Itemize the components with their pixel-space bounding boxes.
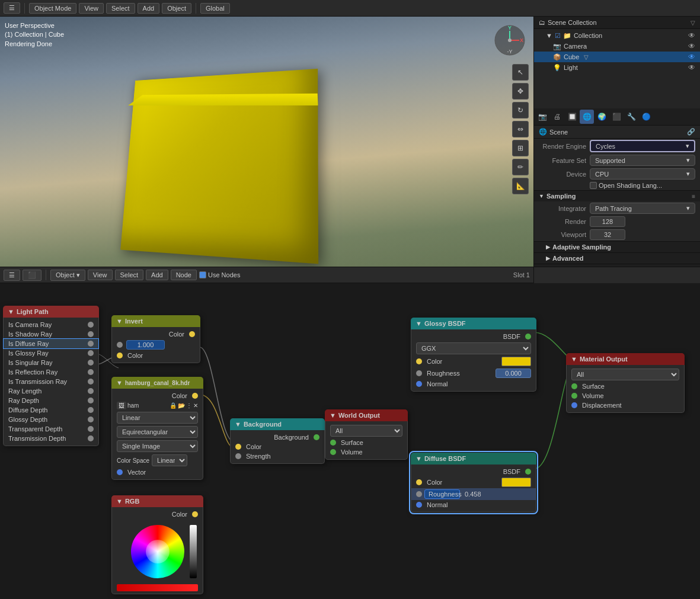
cube-eye-icon[interactable]: 👁 [688, 53, 695, 61]
light-eye-icon[interactable]: 👁 [688, 63, 695, 72]
light-path-node[interactable]: ▼ Light Path Is Camera Ray Is Shadow Ray… [3, 306, 99, 446]
tree-item-camera[interactable]: 📷 Camera 👁 [534, 41, 700, 52]
diffuse-roughness-row: Roughness 0.458 [411, 488, 536, 500]
view-menu[interactable]: View [79, 3, 104, 14]
rgb-node[interactable]: ▼ RGB Color [111, 495, 203, 594]
view-btn2[interactable]: View [88, 270, 113, 280]
transform-tool[interactable]: ⊞ [512, 140, 529, 156]
integrator-dropdown[interactable]: Path Tracing ▾ [590, 203, 695, 214]
annotate-tool[interactable]: ✏ [512, 159, 529, 175]
world-props-btn[interactable]: 🌍 [594, 110, 609, 124]
scene-props-btn[interactable]: 🌐 [580, 110, 594, 124]
render-engine-dropdown[interactable]: Cycles ▾ [590, 140, 695, 152]
object-props-btn[interactable]: ⬛ [609, 110, 624, 124]
open-shading-checkbox[interactable] [590, 182, 597, 189]
glossy-color-swatch[interactable] [501, 357, 531, 366]
node-editor-menu2[interactable]: ☰ [4, 270, 20, 281]
transform-selector[interactable]: Global [200, 3, 230, 14]
color-brightness-bar[interactable] [190, 525, 197, 578]
object-selector[interactable]: Object ▾ [50, 270, 85, 281]
open-shading-toggle[interactable]: Open Shading Lang... [590, 182, 695, 189]
invert-fac-field[interactable]: 1.000 [126, 340, 165, 350]
background-node[interactable]: ▼ Background Background Color Strength [230, 418, 325, 464]
hdr-node[interactable]: ▼ hamburg_canal_8k.hdr Color 🖼 ham 🔒 📂 ⋮… [111, 377, 203, 480]
material-all-select[interactable]: All [571, 369, 679, 380]
transmission-depth-socket [88, 435, 94, 441]
camera-eye-icon[interactable]: 👁 [688, 42, 695, 50]
invert-header[interactable]: ▼ Invert [111, 315, 200, 327]
advanced-header[interactable]: ▶ Advanced [534, 252, 700, 264]
material-output-header[interactable]: ▼ Material Output [566, 353, 685, 365]
tree-item-cube[interactable]: 📦 Cube ▽ 👁 [534, 52, 700, 62]
node-btn2[interactable]: Node [171, 270, 197, 280]
viewport-samples-value[interactable]: 32 [590, 229, 625, 240]
feature-set-dropdown[interactable]: Supported ▾ [590, 155, 695, 166]
world-output-all-select[interactable]: All [330, 425, 402, 437]
world-output-node[interactable]: ▼ World Output All Surface Volume [325, 409, 408, 460]
eye-icon[interactable]: 👁 [688, 31, 695, 40]
render-props-btn[interactable]: 📷 [535, 110, 549, 124]
render-samples-value[interactable]: 128 [590, 216, 625, 227]
diffuse-bsdf-node[interactable]: ▼ Diffuse BSDF BSDF Color Roughness 0.45… [411, 453, 536, 512]
modifier-props-btn[interactable]: 🔧 [624, 110, 638, 124]
outliner-title: Scene Collection [548, 19, 597, 26]
hdr-folder-icon[interactable]: 📂 [178, 402, 185, 409]
background-body: Background Color Strength [230, 430, 325, 464]
hdr-close-icon[interactable]: ✕ [193, 402, 198, 409]
viewport-samples-field[interactable]: 32 [590, 229, 695, 240]
cycles-dropdown-btn[interactable]: Cycles ▾ [590, 140, 695, 152]
supported-dropdown-btn[interactable]: Supported ▾ [590, 155, 695, 166]
cpu-dropdown-btn[interactable]: CPU ▾ [590, 168, 695, 180]
rotate-tool[interactable]: ↻ [512, 102, 529, 118]
view-layer-btn[interactable]: 🔲 [565, 110, 579, 124]
diffuse-color-swatch[interactable] [501, 478, 531, 487]
light-path-header[interactable]: ▼ Light Path [3, 306, 99, 318]
select-btn2[interactable]: Select [115, 270, 144, 280]
material-props-btn[interactable]: 🔵 [639, 110, 653, 124]
tree-item-collection[interactable]: ▼ ☑ 📁 Collection 👁 [534, 30, 700, 41]
use-nodes-toggle2[interactable]: Use Nodes [199, 271, 240, 278]
world-output-header[interactable]: ▼ World Output [325, 409, 408, 421]
object-menu[interactable]: Object [162, 3, 191, 14]
scale-tool[interactable]: ⇔ [512, 121, 529, 137]
render-samples-label: Render [539, 218, 586, 225]
render-samples-field[interactable]: 128 [590, 216, 695, 227]
node-shading-btn[interactable]: ⬛ [23, 270, 41, 281]
hdr-single-select[interactable]: Single Image [117, 440, 198, 452]
color-wheel[interactable] [131, 525, 184, 578]
hdr-equirect-select[interactable]: Equirectangular [117, 426, 198, 438]
invert-node[interactable]: ▼ Invert Color 1.000 Color [111, 315, 200, 363]
hdr-colorspace-select[interactable]: Linear [152, 454, 187, 466]
select-menu[interactable]: Select [106, 3, 135, 14]
output-props-btn[interactable]: 🖨 [550, 110, 564, 124]
viewport-gizmo[interactable]: Y X -Y [492, 23, 528, 58]
viewport[interactable]: User Perspective (1) Collection | Cube R… [0, 17, 533, 283]
move-tool[interactable]: ✥ [512, 83, 529, 100]
adaptive-sampling-header[interactable]: ▶ Adaptive Sampling [534, 241, 700, 252]
select-tool[interactable]: ↖ [512, 64, 529, 81]
use-nodes-checkbox2[interactable] [199, 271, 206, 278]
diffuse-bsdf-header[interactable]: ▼ Diffuse BSDF [411, 453, 536, 465]
tree-item-light[interactable]: 💡 Light 👁 [534, 62, 700, 73]
device-dropdown[interactable]: CPU ▾ [590, 168, 695, 180]
diffuse-roughness-field[interactable]: Roughness [424, 489, 460, 499]
measure-tool[interactable]: 📐 [512, 178, 529, 194]
hdr-header[interactable]: ▼ hamburg_canal_8k.hdr [111, 377, 203, 389]
glossy-roughness-value[interactable]: 0.000 [496, 369, 531, 378]
material-output-node[interactable]: ▼ Material Output All Surface Volume Dis… [566, 353, 685, 413]
path-tracing-btn[interactable]: Path Tracing ▾ [590, 203, 695, 214]
diffuse-bsdf-title: Diffuse BSDF [424, 455, 466, 462]
outliner-filter-icon[interactable]: ▽ [691, 20, 695, 26]
glossy-bsdf-node[interactable]: ▼ Glossy BSDF BSDF GGX Color Roughness [411, 318, 536, 392]
glossy-distribution-select[interactable]: GGX [416, 342, 531, 354]
rgb-header[interactable]: ▼ RGB [111, 495, 203, 507]
add-btn2[interactable]: Add [146, 270, 168, 280]
glossy-bsdf-header[interactable]: ▼ Glossy BSDF [411, 318, 536, 329]
blender-menu-btn[interactable]: ☰ [4, 2, 20, 14]
invert-color-out-socket [189, 331, 195, 337]
hdr-linear-select[interactable]: Linear [117, 412, 198, 424]
mode-selector[interactable]: Object Mode [29, 3, 76, 14]
sampling-header[interactable]: ▼ Sampling ≡ [534, 190, 700, 201]
background-header[interactable]: ▼ Background [230, 418, 325, 430]
add-menu[interactable]: Add [138, 3, 160, 14]
